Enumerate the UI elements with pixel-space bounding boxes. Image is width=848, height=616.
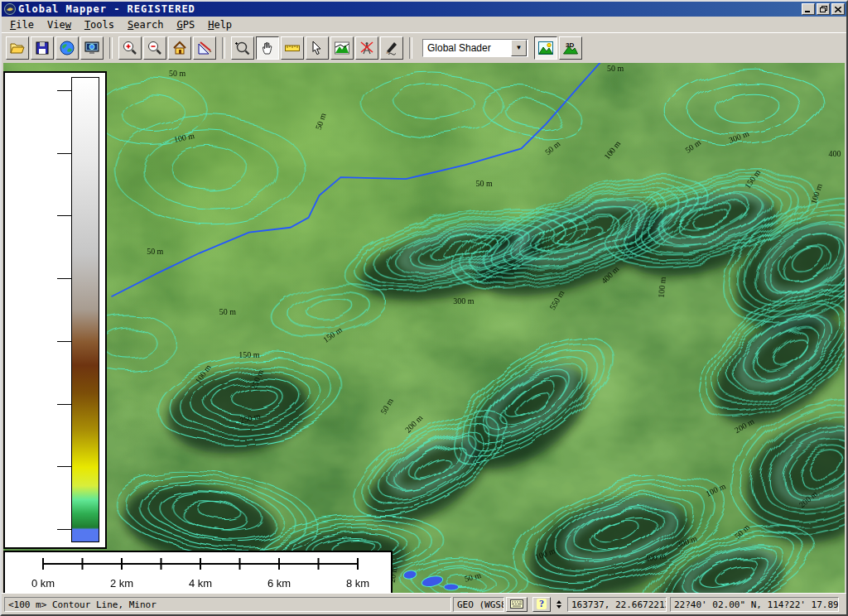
contour-label: 400 — [829, 149, 841, 158]
scale-bar-label: 8 km — [346, 577, 369, 590]
terrain-profile-icon — [334, 40, 350, 56]
contour-label: 50 m — [219, 307, 236, 316]
restore-icon — [820, 6, 827, 12]
download-online-data-button[interactable] — [55, 36, 79, 60]
contour-label: 300 m — [453, 296, 474, 306]
save-button[interactable] — [31, 36, 54, 60]
monitor-globe-icon — [84, 40, 100, 56]
menu-item-help[interactable]: Help — [201, 17, 238, 32]
close-icon — [835, 7, 841, 12]
hand-icon — [259, 40, 276, 56]
projection-field: GEO (WGS8 — [453, 597, 504, 612]
legend-tick-line — [57, 90, 71, 91]
display-overlays-button[interactable] — [80, 36, 104, 60]
legend-tick-line — [57, 529, 71, 530]
window-title: Global Mapper - REGISTERED — [18, 3, 800, 15]
minimize-button[interactable] — [802, 3, 815, 15]
zoom-out-icon — [147, 40, 163, 56]
path-profile-button[interactable] — [330, 36, 354, 60]
zoom-in-icon — [122, 40, 138, 56]
contour-label: 150 m — [238, 350, 259, 359]
spin-down-icon[interactable] — [556, 605, 561, 611]
toolbar-separator — [222, 37, 225, 59]
coordinate-entry-button[interactable] — [506, 597, 528, 612]
view-3d-icon: 3D — [562, 40, 579, 56]
pan-tool-button[interactable] — [256, 36, 279, 60]
gps-antenna-icon — [359, 40, 375, 56]
legend-tick-line — [57, 278, 71, 279]
shader-dropdown[interactable]: Global Shader ▼ — [422, 39, 528, 57]
full-view-button[interactable] — [168, 36, 191, 60]
menu-item-tools[interactable]: Tools — [78, 17, 121, 32]
elevation-legend: 7,000 m6,000 m5,000 m4,000 m3,000 m2,000… — [3, 71, 107, 549]
legend-tick-line — [57, 153, 71, 154]
dropdown-arrow-icon[interactable]: ▼ — [511, 40, 527, 56]
legend-tick-line — [57, 215, 71, 216]
cursor-arrow-icon — [309, 40, 325, 56]
contour-label: 50 m — [147, 247, 163, 256]
menu-item-file[interactable]: File — [3, 17, 41, 32]
scale-bar-label: 2 km — [110, 577, 133, 590]
map-canvas[interactable]: 50 m100 m50 m50 m50 m50 m100 m50 m300 m4… — [3, 63, 845, 593]
measure-tool-button[interactable] — [281, 36, 304, 60]
latlon-field: 22?40' 02.00" N, 114?22' 17.89" E — [670, 597, 839, 612]
app-window: Global Mapper - REGISTERED FileViewTools… — [0, 0, 848, 616]
scale-bar-label: 6 km — [267, 577, 291, 590]
scale-bar-label: 4 km — [189, 577, 212, 590]
zoom-tool-button[interactable] — [231, 36, 254, 60]
legend-tick-line — [57, 466, 71, 467]
close-button[interactable] — [831, 3, 845, 15]
toolbar: Global Shader ▼ 3D — [2, 32, 846, 62]
spin-up-icon[interactable] — [556, 598, 561, 604]
app-icon — [4, 3, 16, 15]
feature-info-button[interactable] — [306, 36, 329, 60]
menu-item-gps[interactable]: GPS — [170, 17, 201, 32]
view-3d-button[interactable]: 3D — [559, 36, 582, 60]
picture-icon — [537, 40, 554, 56]
zoom-in-button[interactable] — [118, 36, 142, 60]
shader-dropdown-value: Global Shader — [423, 42, 511, 54]
toolbar-separator — [109, 37, 113, 59]
menu-item-view[interactable]: View — [41, 17, 78, 32]
contour-label: 100 m — [657, 277, 667, 298]
coordinate-field: 163737, 22.66722137 ) — [567, 597, 667, 612]
status-message: <100 m> Contour Line, Minor — [4, 597, 451, 612]
zoom-out-button[interactable] — [143, 36, 166, 60]
map-viewport[interactable]: 50 m100 m50 m50 m50 m50 m100 m50 m300 m4… — [3, 63, 845, 593]
menu-bar: FileViewToolsSearchGPSHelp — [2, 17, 846, 32]
keyboard-icon — [510, 599, 523, 609]
restore-button[interactable] — [817, 3, 830, 15]
status-spinner[interactable] — [554, 597, 564, 612]
contour-label: 50 m — [476, 179, 493, 188]
help-button[interactable]: ? — [532, 597, 551, 612]
menu-item-search[interactable]: Search — [121, 17, 170, 32]
scale-bar-label: 0 km — [31, 577, 55, 590]
set-scale-button[interactable] — [193, 36, 216, 60]
home-icon — [171, 40, 188, 56]
magnifier-icon — [234, 40, 251, 56]
ruler-icon — [284, 40, 301, 56]
ruler-pencil-icon — [196, 40, 213, 56]
title-bar: Global Mapper - REGISTERED — [2, 2, 846, 17]
image-display-options-button[interactable] — [534, 36, 557, 60]
open-file-button[interactable] — [6, 36, 29, 60]
elevation-gradient-bar — [71, 77, 99, 542]
contour-label: 50 m — [169, 69, 186, 78]
legend-tick-line — [57, 341, 71, 342]
globe-icon — [59, 40, 75, 56]
status-bar: <100 m> Contour Line, Minor GEO (WGS8 ? … — [2, 593, 846, 614]
help-icon: ? — [537, 599, 547, 609]
minimize-icon — [805, 7, 812, 12]
contour-label: 50 m — [607, 64, 624, 73]
floppy-disk-icon — [34, 40, 51, 56]
scale-bar-line — [43, 558, 358, 570]
pen-icon — [383, 40, 400, 56]
open-folder-icon — [9, 40, 26, 56]
scale-bar: 0 km2 km4 km6 km8 km — [3, 551, 393, 593]
legend-tick-line — [57, 404, 71, 405]
gps-tracking-button[interactable] — [355, 36, 378, 60]
toolbar-separator — [409, 37, 412, 59]
digitizer-tool-button[interactable] — [380, 36, 403, 60]
